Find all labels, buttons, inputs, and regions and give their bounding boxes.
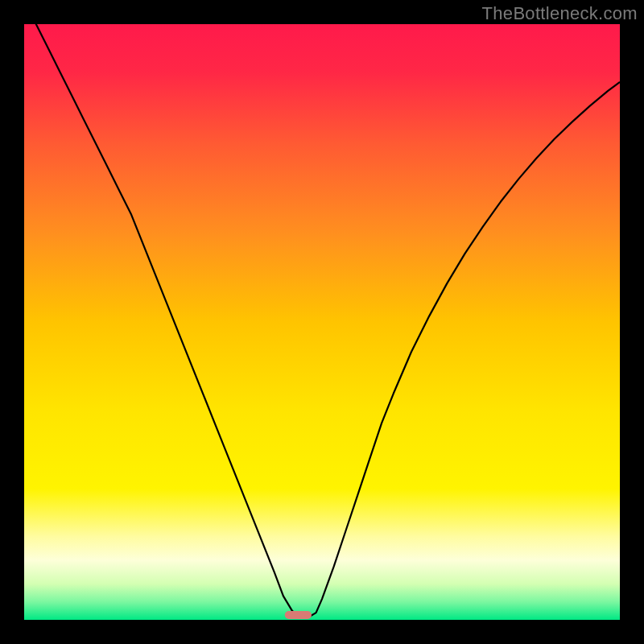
gradient-background xyxy=(24,24,620,620)
chart-frame: TheBottleneck.com xyxy=(0,0,644,644)
bottleneck-marker xyxy=(285,611,312,619)
plot-area xyxy=(24,24,620,620)
watermark-text: TheBottleneck.com xyxy=(482,3,638,24)
plot-svg xyxy=(24,24,620,620)
